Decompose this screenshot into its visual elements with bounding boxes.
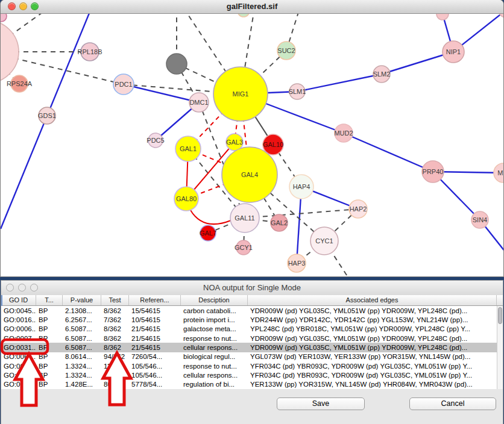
cell-1-row-6[interactable]: BP [36,363,63,370]
node-label: GAL1 [180,145,197,152]
cell-1-row-0[interactable]: BP [36,307,63,314]
cell-3-row-6[interactable]: 11/362 [101,363,129,370]
cell-5-row-5[interactable]: biological regul... [181,353,248,360]
cell-3-row-4[interactable]: 8/362 [101,344,129,351]
cell-0-row-1[interactable]: GO:0016... [1,316,36,323]
network-window-titlebar[interactable]: galFiltered.sif [1,0,503,14]
cell-2-row-3[interactable]: 6.5087... [63,335,101,342]
cell-4-row-2[interactable]: 21/54615 [129,325,181,332]
cell-4-row-8[interactable]: 5778/54... [129,381,181,388]
scrollbar-thumb[interactable] [498,307,502,324]
results-table: GO:0045...BP2.1308...8/36215/54615carbon… [1,306,497,389]
table-row[interactable]: GO:0031...BP6.5087...8/36221/54615cellul… [1,343,497,352]
table-row[interactable]: GO:0045...BP2.1308...8/36215/54615carbon… [1,306,497,315]
network-window: galFiltered.sif RPL18BRPS24AGDS1PDC1MIG1… [1,0,503,276]
cell-6-row-8[interactable]: YER133W (pp) YOR315W, YNL145W (pd) YHR08… [248,381,497,388]
cell-5-row-8[interactable]: regulation of bi... [181,381,248,388]
cell-5-row-7[interactable]: cellular respons... [181,372,248,379]
cell-0-row-0[interactable]: GO:0045... [1,307,36,314]
cell-1-row-4[interactable]: BP [36,344,63,351]
node-topgreen[interactable] [238,14,250,17]
cell-6-row-4[interactable]: YDR009W (pd) YGL035C, YML051W (pp) YDR00… [248,344,497,351]
cell-2-row-2[interactable]: 6.5087... [63,325,101,332]
cell-2-row-4[interactable]: 6.5087... [63,344,101,351]
network-graph[interactable]: RPL18BRPS24AGDS1PDC1MIG1SUC2SLM1DMC1SLM2… [1,14,503,276]
cell-4-row-0[interactable]: 15/54615 [129,307,181,314]
cell-2-row-6[interactable]: 1.3324... [63,363,101,370]
cell-4-row-5[interactable]: 7260/54... [129,353,181,360]
table-row[interactable]: GO:0006...BP6.5087...8/36221/54615galact… [1,325,497,334]
cell-6-row-2[interactable]: YPL248C (pd) YBR018C, YML051W (pp) YDR00… [248,325,497,332]
cell-5-row-3[interactable]: response to nut... [181,335,248,342]
cell-2-row-7[interactable]: 1.3324... [63,372,101,379]
cell-1-row-2[interactable]: BP [36,325,63,332]
cell-4-row-4[interactable]: 21/54615 [129,344,181,351]
cell-3-row-0[interactable]: 8/362 [101,307,129,314]
cell-0-row-7[interactable]: GO:0031... [1,372,36,379]
cell-6-row-3[interactable]: YDR009W (pd) YGL035C, YML051W (pp) YDR00… [248,335,497,342]
cell-4-row-3[interactable]: 21/54615 [129,335,181,342]
cell-3-row-5[interactable]: 94/362 [101,353,129,360]
cell-5-row-6[interactable]: response to nut... [181,363,248,370]
cell-6-row-6[interactable]: YFR034C (pd) YBR093C, YDR009W (pd) YGL03… [248,363,497,370]
node-gray1[interactable] [166,54,187,74]
cell-4-row-7[interactable]: 105/546... [129,372,181,379]
cell-3-row-2[interactable]: 8/362 [101,325,129,332]
column-header-associated-edges[interactable]: Associated edges [248,295,497,305]
edge-dash [245,209,358,218]
cell-0-row-3[interactable]: GO:0007... [1,335,36,342]
cell-1-row-3[interactable]: BP [36,335,63,342]
cell-5-row-1[interactable]: protein import i... [181,316,248,323]
column-header-go-id[interactable]: GO ID [1,295,36,305]
column-header-test[interactable]: Test [101,295,129,305]
cell-2-row-8[interactable]: 1.428E... [63,381,101,388]
cell-6-row-7[interactable]: YFR034C (pd) YBR093C, YDR009W (pd) YGL03… [248,372,497,379]
cell-1-row-5[interactable]: BP [36,353,63,360]
cell-3-row-3[interactable]: 8/362 [101,335,129,342]
cell-2-row-0[interactable]: 2.1308... [63,307,101,314]
column-header-t-[interactable]: T... [36,295,63,305]
cell-3-row-1[interactable]: 7/362 [101,316,129,323]
cell-0-row-2[interactable]: GO:0006... [1,325,36,332]
cell-5-row-0[interactable]: carbon cataboli... [181,307,248,314]
cell-3-row-7[interactable]: 11/362 [101,372,129,379]
cell-5-row-4[interactable]: cellular respons... [181,344,248,351]
cell-6-row-1[interactable]: YDR244W (pp) YDR142C, YDR142C (pp) YGL15… [248,316,497,323]
column-header-desciption[interactable]: Desciption [181,295,248,305]
node-cornerpink[interactable] [1,14,7,22]
cell-3-row-8[interactable]: 80/362 [101,381,129,388]
save-button[interactable]: Save [277,398,365,410]
node-label: PRP40 [423,168,444,175]
cell-4-row-6[interactable]: 105/546... [129,363,181,370]
table-row[interactable]: GO:0016...BP6.2567...7/36210/54615protei… [1,315,497,324]
cell-0-row-6[interactable]: GO:0031... [1,363,36,370]
table-header: GO IDT...P-valueTestReferen...Desciption… [1,295,503,306]
cell-0-row-4[interactable]: GO:0031... [1,344,36,351]
cell-4-row-1[interactable]: 10/54615 [129,316,181,323]
node-label: GCY1 [235,244,253,251]
cell-0-row-5[interactable]: GO:0065... [1,353,36,360]
cell-1-row-7[interactable]: BP [36,372,63,379]
table-row[interactable]: GO:0065...BP8.0614...94/3627260/54...bio… [1,352,497,361]
node-label: SLM2 [373,70,391,78]
column-header-referen-[interactable]: Referen... [129,295,181,305]
table-scrollbar[interactable] [497,306,503,389]
cell-0-row-8[interactable]: GO:0050... [1,381,36,388]
cell-2-row-1[interactable]: 6.2567... [63,316,101,323]
noa-window-titlebar[interactable]: NOA output for Single Mode [1,281,503,296]
column-header-p-value[interactable]: P-value [63,295,101,305]
cancel-button[interactable]: Cancel [409,398,496,410]
cell-1-row-8[interactable]: BP [36,381,63,388]
cell-2-row-5[interactable]: 8.0614... [63,353,101,360]
node-bigleft[interactable] [1,20,19,83]
node-label: MSI [497,169,503,176]
table-row[interactable]: GO:0031...BP1.3324...11/362105/546...cel… [1,370,497,379]
table-row[interactable]: GO:0007...BP6.5087...8/36221/54615respon… [1,334,497,343]
cell-6-row-0[interactable]: YDR009W (pd) YGL035C, YML051W (pp) YDR00… [248,307,497,314]
cell-1-row-1[interactable]: BP [36,316,63,323]
table-row[interactable]: GO:0050...BP1.428E...80/3625778/54...reg… [1,380,497,389]
table-row[interactable]: GO:0031...BP1.3324...11/362105/546...res… [1,361,497,370]
node-toppink[interactable] [436,14,449,20]
cell-5-row-2[interactable]: galactose meta... [181,325,248,332]
cell-6-row-5[interactable]: YGL073W (pd) YER103W, YER133W (pp) YOR31… [248,353,497,360]
